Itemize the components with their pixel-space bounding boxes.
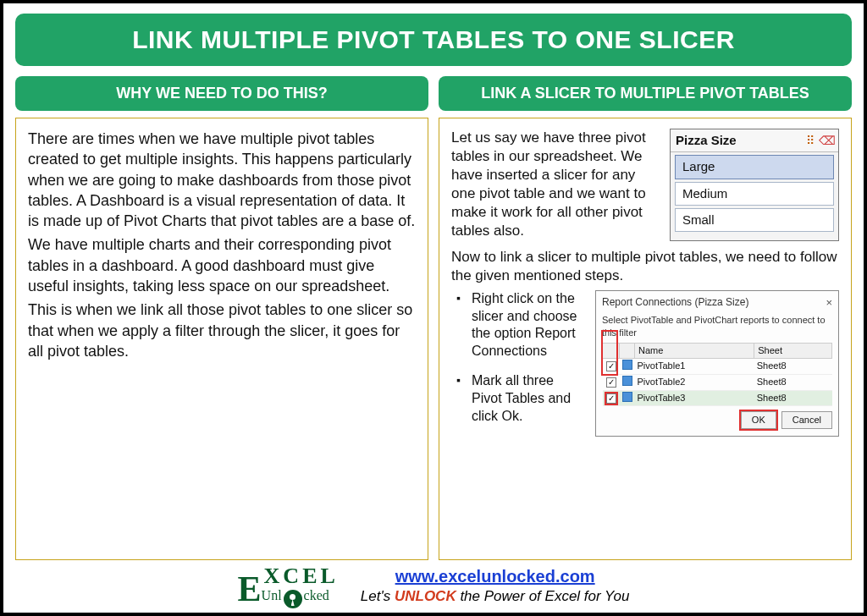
- slicer-item-large[interactable]: Large: [675, 155, 834, 179]
- step-1: Right click on the slicer and choose the…: [456, 290, 587, 360]
- row-name: PivotTable1: [635, 358, 754, 374]
- dialog-subtitle: Select PivotTable and PivotChart reports…: [602, 314, 832, 339]
- dialog-header-row: Name Sheet: [603, 343, 832, 358]
- ok-button[interactable]: OK: [741, 411, 776, 429]
- row-name: PivotTable3: [635, 390, 754, 406]
- right-lead-text: Now to link a slicer to multiple pivot t…: [451, 248, 839, 285]
- keyhole-icon: [284, 590, 302, 608]
- table-row[interactable]: ✓ PivotTable1 Sheet8: [603, 358, 832, 374]
- table-row[interactable]: ✓ PivotTable2 Sheet8: [603, 374, 832, 390]
- clear-filter-icon[interactable]: ⌫: [821, 135, 833, 146]
- row-sheet: Sheet8: [754, 390, 832, 406]
- infographic-frame: LINK MULTIPLE PIVOT TABLES TO ONE SLICER…: [0, 0, 867, 616]
- dialog-table: Name Sheet ✓ PivotTable1 Sheet8 ✓: [602, 343, 832, 406]
- page-title: LINK MULTIPLE PIVOT TABLES TO ONE SLICER: [15, 14, 852, 66]
- footer: E XCEL Unl cked www.excelunlocked.com Le…: [15, 560, 852, 606]
- pivot-icon: [622, 360, 632, 370]
- slicer-item-small[interactable]: Small: [675, 208, 834, 232]
- steps-list: Right click on the slicer and choose the…: [451, 290, 587, 437]
- left-header: WHY WE NEED TO DO THIS?: [15, 76, 428, 111]
- content-columns: WHY WE NEED TO DO THIS? There are times …: [15, 76, 852, 560]
- step-2: Mark all three Pivot Tables and click Ok…: [456, 372, 587, 425]
- right-intro-row: Let us say we have three pivot tables in…: [451, 129, 839, 241]
- slicer-panel[interactable]: Pizza Size ⠿ ⌫ Large Medium Small: [670, 129, 839, 241]
- tagline-post: the Power of Excel for You: [456, 588, 630, 604]
- logo-subtext-2: cked: [304, 588, 329, 603]
- table-row[interactable]: ✓ PivotTable3 Sheet8: [603, 390, 832, 406]
- slicer-item-medium[interactable]: Medium: [675, 182, 834, 206]
- col-name-header: Name: [635, 343, 754, 358]
- report-connections-dialog[interactable]: Report Connections (Pizza Size) × Select…: [595, 290, 839, 437]
- right-column: LINK A SLICER TO MULTIPLE PIVOT TABLES L…: [439, 76, 852, 560]
- pivot-icon: [622, 376, 632, 386]
- left-para-3: This is when we link all those pivot tab…: [28, 300, 416, 361]
- slicer-header: Pizza Size ⠿ ⌫: [671, 129, 838, 152]
- slicer-title: Pizza Size: [676, 132, 737, 149]
- right-intro-text: Let us say we have three pivot tables in…: [451, 129, 661, 241]
- cancel-button[interactable]: Cancel: [781, 411, 832, 429]
- dialog-titlebar: Report Connections (Pizza Size) ×: [602, 295, 832, 311]
- left-para-1: There are times when we have multiple pi…: [28, 129, 416, 231]
- close-icon[interactable]: ×: [826, 295, 832, 311]
- checkbox-icon[interactable]: ✓: [606, 393, 616, 404]
- steps-row: Right click on the slicer and choose the…: [451, 290, 839, 437]
- logo-subtext: Unl: [262, 588, 282, 603]
- left-body: There are times when we have multiple pi…: [15, 118, 428, 560]
- tagline-unlock: UNLOCK: [395, 588, 456, 604]
- pivot-icon: [622, 392, 632, 402]
- logo-letter-e: E: [238, 574, 262, 606]
- left-para-2: We have multiple charts and their corres…: [28, 234, 416, 296]
- checkbox-icon[interactable]: ✓: [606, 377, 616, 388]
- footer-link[interactable]: www.excelunlocked.com: [395, 567, 595, 586]
- multi-select-icon[interactable]: ⠿: [804, 135, 816, 146]
- row-name: PivotTable2: [635, 374, 754, 390]
- dialog-title-text: Report Connections (Pizza Size): [602, 295, 748, 309]
- logo-text-xcel: XCEL: [264, 565, 339, 587]
- col-sheet-header: Sheet: [754, 343, 832, 358]
- right-body: Let us say we have three pivot tables in…: [439, 118, 852, 560]
- tagline-pre: Let's: [361, 588, 395, 604]
- logo: E XCEL Unl cked: [238, 565, 339, 606]
- right-header: LINK A SLICER TO MULTIPLE PIVOT TABLES: [439, 76, 852, 111]
- row-sheet: Sheet8: [754, 374, 832, 390]
- tagline: Let's UNLOCK the Power of Excel for You: [361, 588, 630, 605]
- row-sheet: Sheet8: [754, 358, 832, 374]
- footer-text: www.excelunlocked.com Let's UNLOCK the P…: [361, 567, 630, 605]
- checkbox-icon[interactable]: ✓: [606, 361, 616, 371]
- left-column: WHY WE NEED TO DO THIS? There are times …: [15, 76, 428, 560]
